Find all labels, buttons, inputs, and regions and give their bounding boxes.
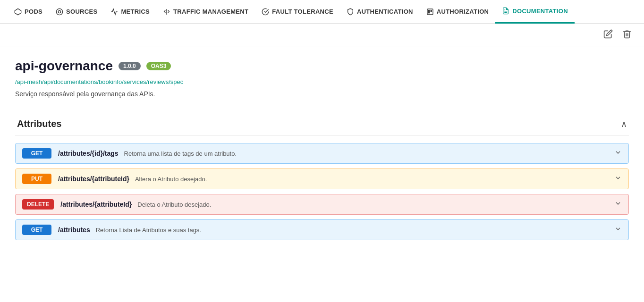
toolbar — [0, 24, 644, 47]
nav-item-authentication[interactable]: AUTHENTICATION — [340, 0, 420, 24]
method-badge-2: DELETE — [22, 199, 54, 210]
api-link[interactable]: /api-mesh/api/documentations/bookinfo/se… — [15, 78, 629, 85]
endpoints-list: GET/attributes/{id}/tagsRetorna uma list… — [15, 143, 629, 240]
delete-button[interactable] — [619, 27, 635, 43]
nav-item-label-pods: PODS — [25, 8, 42, 15]
endpoint-path-0: /attributes/{id}/tags — [58, 150, 119, 157]
documentation-icon — [502, 7, 509, 15]
endpoint-row-1[interactable]: PUT/attributes/{attributeId}Altera o Atr… — [15, 168, 629, 189]
method-badge-3: GET — [22, 225, 51, 235]
svg-point-1 — [56, 8, 62, 15]
nav-item-traffic-management[interactable]: TRAFFIC MANAGEMENT — [156, 0, 255, 24]
method-badge-1: PUT — [22, 174, 51, 184]
nav-item-sources[interactable]: SOURCES — [49, 0, 104, 24]
api-description: Serviço responsável pela governança das … — [15, 90, 629, 98]
svg-point-2 — [58, 10, 60, 13]
endpoint-path-3: /attributes — [58, 226, 90, 234]
endpoint-row-0[interactable]: GET/attributes/{id}/tagsRetorna uma list… — [15, 143, 629, 164]
sources-icon — [56, 8, 63, 16]
svg-rect-6 — [431, 10, 432, 11]
spec-badge: OAS3 — [146, 62, 171, 70]
endpoint-desc-1: Altera o Atributo desejado. — [135, 176, 207, 183]
endpoint-desc-0: Retorna uma lista de tags de um atributo… — [124, 150, 237, 157]
endpoint-chevron-3 — [614, 225, 622, 235]
version-badge: 1.0.0 — [119, 62, 141, 70]
attributes-section-title: Attributes — [17, 118, 61, 129]
nav-item-pods[interactable]: PODS — [8, 0, 49, 24]
authorization-icon — [426, 8, 434, 16]
top-navigation: PODSSOURCESMETRICSTRAFFIC MANAGEMENTFAUL… — [0, 0, 644, 24]
nav-item-label-traffic-management: TRAFFIC MANAGEMENT — [173, 8, 248, 15]
nav-item-authorization[interactable]: AUTHORIZATION — [420, 0, 496, 24]
endpoint-path-1: /attributes/{attributeId} — [58, 175, 129, 183]
endpoint-desc-3: Retorna Lista de Atributos e suas tags. — [96, 226, 201, 234]
endpoint-row-3[interactable]: GET/attributesRetorna Lista de Atributos… — [15, 219, 629, 240]
endpoint-chevron-0 — [614, 149, 622, 158]
nav-item-label-authorization: AUTHORIZATION — [437, 8, 489, 15]
collapse-attributes-button[interactable]: ∧ — [621, 119, 627, 129]
metrics-icon — [110, 8, 118, 16]
attributes-section-header: Attributes ∧ — [15, 113, 629, 135]
pods-icon — [14, 8, 22, 16]
endpoint-path-2: /attributes/{attributeId} — [60, 201, 132, 208]
endpoint-desc-2: Deleta o Atributo desejado. — [137, 201, 211, 208]
endpoint-chevron-1 — [614, 174, 622, 184]
api-title-row: api-governance 1.0.0 OAS3 — [15, 59, 629, 74]
endpoint-chevron-2 — [614, 200, 622, 209]
fault-tolerance-icon — [262, 8, 269, 16]
svg-marker-0 — [15, 8, 21, 15]
edit-button[interactable] — [601, 27, 616, 43]
authentication-icon — [347, 8, 354, 16]
main-content: api-governance 1.0.0 OAS3 /api-mesh/api/… — [0, 47, 644, 256]
api-title: api-governance — [15, 59, 113, 74]
svg-rect-4 — [427, 9, 433, 15]
nav-item-label-authentication: AUTHENTICATION — [357, 8, 413, 15]
nav-item-documentation[interactable]: DOCUMENTATION — [495, 0, 575, 24]
nav-item-label-metrics: METRICS — [121, 8, 150, 15]
endpoint-row-2[interactable]: DELETE/attributes/{attributeId}Deleta o … — [15, 194, 629, 215]
method-badge-0: GET — [22, 148, 51, 159]
traffic-management-icon — [163, 8, 170, 16]
nav-item-metrics[interactable]: METRICS — [104, 0, 156, 24]
nav-item-label-fault-tolerance: FAULT TOLERANCE — [272, 8, 333, 15]
nav-item-label-documentation: DOCUMENTATION — [512, 8, 568, 15]
svg-rect-5 — [428, 10, 429, 13]
nav-item-label-sources: SOURCES — [66, 8, 97, 15]
nav-item-fault-tolerance[interactable]: FAULT TOLERANCE — [255, 0, 340, 24]
